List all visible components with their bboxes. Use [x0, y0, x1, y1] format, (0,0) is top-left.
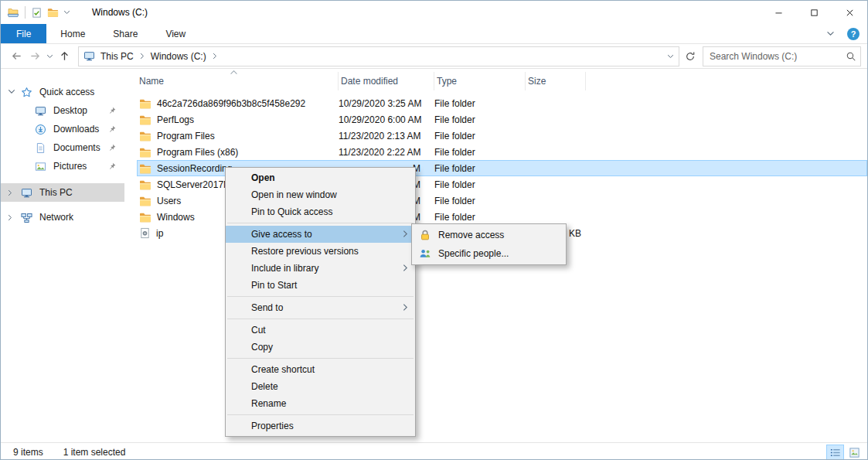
column-header-date-modified[interactable]: Date modified — [339, 72, 434, 90]
column-headers: Name Date modified Type Size — [137, 72, 867, 90]
maximize-button[interactable] — [796, 1, 832, 24]
column-header-size[interactable]: Size — [526, 72, 586, 90]
sidebar-item-label: Network — [39, 212, 73, 223]
customize-quick-access-chevron-icon[interactable] — [63, 10, 70, 15]
close-icon — [845, 8, 855, 18]
folder-icon — [139, 98, 151, 109]
file-type: File folder — [434, 128, 526, 144]
up-button[interactable] — [55, 47, 73, 66]
tab-view[interactable]: View — [151, 24, 199, 43]
ribbon-tab-bar: File Home Share View ? — [1, 24, 867, 44]
folder-icon — [139, 163, 151, 174]
file-date: 11/23/2020 2:22 AM — [339, 144, 434, 160]
menu-item-label: Send to — [251, 302, 283, 313]
address-bar[interactable]: This PC Windows (C:) — [78, 46, 679, 66]
submenu-arrow-icon — [403, 264, 408, 272]
forward-arrow-icon — [29, 50, 41, 62]
up-arrow-icon — [59, 50, 70, 62]
sidebar-item-desktop[interactable]: Desktop — [1, 101, 124, 120]
quick-access-properties-icon[interactable] — [31, 7, 43, 19]
collapsed-chevron-icon[interactable] — [8, 214, 12, 221]
details-view-button[interactable] — [826, 445, 844, 460]
tab-home[interactable]: Home — [46, 24, 99, 43]
menu-separator — [227, 358, 414, 359]
large-icons-view-button[interactable] — [846, 445, 863, 460]
minimize-button[interactable] — [761, 1, 796, 24]
expanded-chevron-icon[interactable] — [8, 89, 15, 94]
minimize-icon — [774, 8, 784, 18]
sidebar-item-pictures[interactable]: Pictures — [1, 157, 124, 175]
context-menu-item-open[interactable]: Open — [226, 169, 415, 186]
folder-icon — [139, 179, 151, 190]
desktop-icon — [35, 105, 46, 117]
forward-button[interactable] — [26, 47, 44, 66]
sidebar-item-downloads[interactable]: Downloads — [1, 120, 124, 138]
file-size — [526, 128, 586, 144]
pin-icon — [107, 124, 117, 134]
breadcrumb-this-pc[interactable]: This PC — [95, 51, 139, 62]
context-menu-item-copy[interactable]: Copy — [226, 339, 415, 356]
file-row[interactable]: PerfLogs 10/29/2020 6:00 AM File folder — [137, 111, 867, 128]
column-header-type[interactable]: Type — [434, 72, 526, 90]
context-menu-item-include-in-library[interactable]: Include in library — [226, 260, 415, 277]
file-name: SessionRecording — [157, 163, 232, 174]
menu-item-label: Remove access — [438, 230, 504, 240]
folder-icon — [139, 131, 151, 141]
context-menu-item-restore-previous-versions[interactable]: Restore previous versions — [226, 243, 415, 260]
file-size — [526, 160, 586, 176]
address-dropdown-chevron-icon[interactable] — [667, 54, 674, 59]
sidebar-item-quick-access[interactable]: Quick access — [1, 83, 124, 101]
expand-ribbon-chevron-icon[interactable] — [826, 31, 835, 36]
context-menu-item-send-to[interactable]: Send to — [226, 299, 415, 316]
file-date: 11/23/2020 2:13 AM — [339, 128, 434, 144]
submenu-item-remove-access[interactable]: Remove access — [412, 226, 566, 244]
file-type: File folder — [434, 144, 526, 160]
downloads-icon — [35, 124, 46, 135]
search-input[interactable] — [703, 51, 842, 62]
menu-separator — [227, 414, 414, 415]
tab-file[interactable]: File — [1, 24, 46, 43]
context-menu-item-open-in-new-window[interactable]: Open in new window — [226, 186, 415, 203]
context-menu-item-properties[interactable]: Properties — [226, 417, 415, 434]
context-menu-item-pin-to-start[interactable]: Pin to Start — [226, 277, 415, 294]
breadcrumb-chevron-icon[interactable] — [213, 53, 217, 60]
file-row[interactable]: Program Files (x86) 11/23/2020 2:22 AM F… — [137, 144, 867, 160]
context-menu-item-delete[interactable]: Delete — [226, 378, 415, 395]
context-menu-item-create-shortcut[interactable]: Create shortcut — [226, 361, 415, 378]
refresh-button[interactable] — [681, 47, 700, 66]
titlebar-divider — [25, 6, 26, 19]
file-row[interactable]: Program Files 11/23/2020 2:13 AM File fo… — [137, 128, 867, 144]
file-icon — [139, 227, 151, 239]
breadcrumb-chevron-icon[interactable] — [140, 53, 145, 60]
submenu-arrow-icon — [403, 230, 408, 238]
tab-share[interactable]: Share — [99, 24, 151, 43]
menu-separator — [227, 223, 414, 223]
give-access-to-submenu: Remove access Specific people... — [411, 223, 567, 265]
breadcrumb-windows-c[interactable]: Windows (C:) — [145, 51, 212, 62]
folder-icon — [139, 114, 151, 125]
collapsed-chevron-icon[interactable] — [8, 189, 12, 196]
quick-access-new-folder-icon[interactable] — [47, 7, 59, 18]
search-icon[interactable] — [846, 51, 856, 62]
sidebar-item-documents[interactable]: Documents — [1, 138, 124, 157]
sidebar-item-label: Documents — [53, 142, 100, 153]
back-button[interactable] — [7, 47, 26, 66]
help-button[interactable]: ? — [847, 28, 859, 40]
file-size — [526, 144, 586, 160]
context-menu-item-pin-to-quick-access[interactable]: Pin to Quick access — [226, 203, 415, 220]
recent-locations-button[interactable] — [44, 47, 55, 66]
search-box — [703, 46, 861, 66]
sidebar-item-this-pc[interactable]: This PC — [1, 183, 124, 202]
item-count: 9 items — [13, 447, 43, 458]
close-button[interactable] — [832, 1, 867, 24]
title-bar: Windows (C:) — [1, 1, 867, 24]
file-date: 10/29/2020 3:25 AM — [339, 95, 434, 111]
context-menu-item-give-access-to[interactable]: Give access to — [226, 226, 415, 243]
submenu-item-specific-people[interactable]: Specific people... — [412, 244, 566, 263]
context-menu-item-rename[interactable]: Rename — [226, 395, 415, 412]
file-row[interactable]: 46c2a726da869f96b3b8c5f458e292 10/29/202… — [137, 95, 867, 111]
context-menu-item-cut[interactable]: Cut — [226, 322, 415, 339]
status-bar: 9 items 1 item selected — [1, 442, 867, 460]
explorer-app-icon[interactable] — [7, 6, 19, 19]
sidebar-item-network[interactable]: Network — [1, 208, 124, 227]
